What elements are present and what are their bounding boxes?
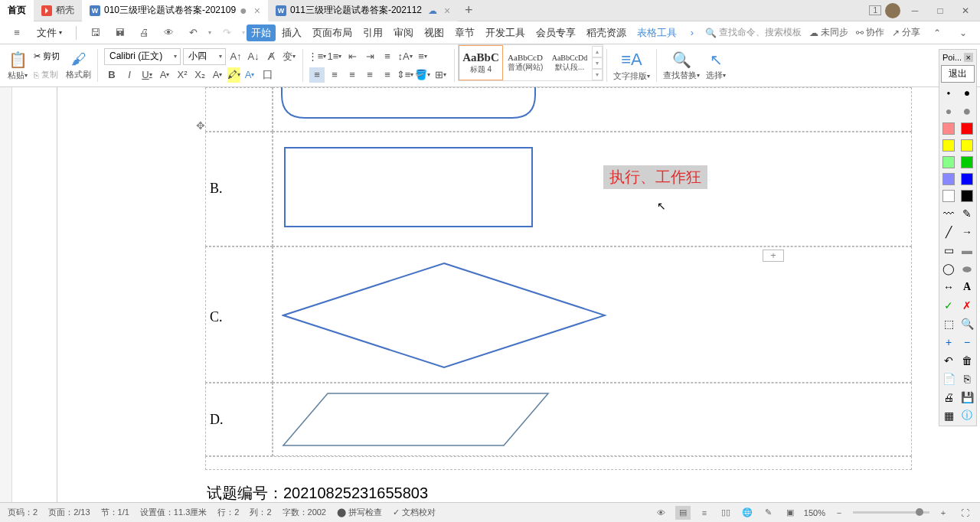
trash-icon[interactable]: 🗑 [960, 354, 974, 367]
circle-large-icon[interactable]: ● [960, 104, 974, 118]
font-size-select[interactable]: 小四▾ [183, 48, 226, 65]
check-icon[interactable]: ✓ [942, 299, 956, 312]
status-col[interactable]: 列：2 [250, 507, 271, 518]
share-button[interactable]: ↗分享 [892, 26, 920, 39]
dot-large-icon[interactable]: ● [960, 86, 974, 100]
rectangle-shape[interactable] [284, 147, 533, 227]
pen-tool-icon[interactable]: ✎ [960, 207, 974, 220]
align-justify-button[interactable]: ≡ [362, 67, 377, 83]
borders-button[interactable]: ⊞▾ [433, 67, 448, 83]
print-preview-icon[interactable]: 👁 [159, 24, 178, 42]
align-distribute-button[interactable]: ≡ [380, 67, 395, 83]
status-spellcheck[interactable]: ⬤拼写检查 [337, 507, 382, 518]
text-layout-button[interactable]: ≡A 文字排版▾ [610, 44, 653, 86]
collab-button[interactable]: ⚯协作 [856, 26, 884, 39]
menu-chapter[interactable]: 章节 [450, 24, 479, 41]
color-black[interactable] [961, 190, 973, 202]
color-lightblue[interactable] [942, 173, 955, 185]
align-right-button[interactable]: ≡ [345, 67, 360, 83]
outline-view-icon[interactable]: ≡ [697, 506, 712, 520]
page-icon[interactable]: 📄 [942, 372, 956, 386]
color-red[interactable] [961, 122, 973, 135]
cut-button[interactable]: ✂剪切 [34, 47, 60, 66]
select-button[interactable]: ↖ 选择▾ [703, 44, 729, 86]
fullscreen-icon[interactable]: ⛶ [957, 506, 972, 520]
cross-icon[interactable]: ✗ [960, 299, 974, 312]
minimize-button[interactable]: ─ [904, 3, 926, 18]
align-distribute-button[interactable]: ≡▾ [415, 49, 430, 64]
zoom-in-button[interactable]: + [936, 506, 951, 520]
circle-small-icon[interactable]: ● [942, 104, 956, 118]
tab-doc-1[interactable]: W 010三级理论题试卷答案-202109 ● × [82, 0, 268, 21]
status-position[interactable]: 设置值：11.3厘米 [140, 507, 207, 518]
user-avatar[interactable] [885, 3, 900, 18]
text-effects-button[interactable]: A▾ [210, 67, 225, 83]
diamond-shape[interactable] [282, 262, 607, 369]
menu-pagelayout[interactable]: 页面布局 [308, 24, 357, 41]
menu-start[interactable]: 开始 [247, 24, 276, 41]
zoom-slider[interactable] [853, 511, 929, 514]
status-row[interactable]: 行：2 [217, 507, 239, 518]
crop-icon[interactable]: ⬚ [942, 317, 956, 331]
zoom-out-button[interactable]: − [831, 506, 847, 520]
line-spacing-button[interactable]: ⇕≡▾ [397, 67, 413, 83]
toolbox-close-icon[interactable]: × [964, 53, 973, 62]
annotation-text[interactable]: 执行、工作狂 [603, 165, 707, 189]
minus-icon[interactable]: − [960, 335, 974, 349]
menu-review[interactable]: 审阅 [389, 24, 418, 41]
document-area[interactable]: ✥ B. 执行、工作狂 ↖ + C. D. 试题编号：202108 [0, 87, 980, 502]
status-page-no[interactable]: 页码：2 [8, 507, 38, 518]
save-icon[interactable]: 🖫 [86, 24, 104, 42]
zoom-rect-icon[interactable]: 🔍 [960, 317, 974, 331]
style-scroll-up[interactable]: ▴ [592, 46, 603, 57]
color-green[interactable] [961, 156, 973, 168]
collapse-ribbon-icon[interactable]: ⌃ [928, 24, 946, 42]
tab-home[interactable]: 首页 [0, 0, 34, 21]
bullets-button[interactable]: ⋮≡▾ [309, 49, 325, 64]
tab-close-icon[interactable]: × [254, 5, 260, 17]
style-gallery[interactable]: AaBbC 标题 4 AaBbCcD 普通(网站) AaBbCcDd 默认段..… [458, 44, 603, 81]
underline-button[interactable]: U▾ [139, 67, 155, 83]
save-tool-icon[interactable]: 💾 [960, 390, 974, 404]
tab-doc-2[interactable]: W 011三级理论题试卷答案-202112 ☁ × [268, 0, 458, 21]
strikethrough-button[interactable]: A▾ [157, 67, 172, 83]
font-name-select[interactable]: Calibri (正文)▾ [104, 48, 181, 65]
tab-close-icon[interactable]: × [444, 5, 450, 17]
menu-view[interactable]: 视图 [420, 24, 449, 41]
vertical-ruler[interactable] [0, 87, 12, 502]
text-tool-icon[interactable]: A [960, 280, 974, 294]
toolbox-exit-button[interactable]: 退出 [941, 65, 975, 83]
color-yellow[interactable] [942, 139, 955, 152]
menu-table-tools[interactable]: 表格工具 [632, 24, 681, 41]
text-direction-button[interactable]: ↕A▾ [397, 49, 413, 64]
style-normal-web[interactable]: AaBbCcD 普通(网站) [503, 45, 547, 80]
clear-format-icon[interactable]: A̸ [263, 49, 279, 64]
eye-icon[interactable]: 👁 [654, 506, 669, 520]
pointer-toolbox[interactable]: Poi... × 退出 ● ● ● ● 〰✎ ╱→ ▭▬ ◯⬬ ↔A ✓✗ ⬚🔍… [939, 49, 977, 426]
shading-button[interactable]: 🪣▾ [415, 67, 430, 83]
double-arrow-icon[interactable]: ↔ [942, 280, 956, 294]
search-commands[interactable]: 🔍 查找命令、搜索模板 [705, 26, 802, 39]
copy-button[interactable]: ⎘复制 [34, 66, 60, 84]
reading-view-icon[interactable]: ▯▯ [718, 506, 733, 520]
menu-insert[interactable]: 插入 [277, 24, 306, 41]
color-blue[interactable] [961, 173, 973, 185]
phonetic-guide-icon[interactable]: 变▾ [281, 49, 296, 64]
numbering-button[interactable]: 1≡▾ [327, 49, 342, 64]
line-tool-icon[interactable]: ╱ [942, 225, 956, 239]
status-page[interactable]: 页面：2/13 [48, 507, 90, 518]
find-replace-button[interactable]: 🔍 查找替换▾ [660, 44, 703, 86]
rect-fill-icon[interactable]: ▬ [960, 243, 974, 257]
undo-tool-icon[interactable]: ↶ [942, 354, 956, 367]
font-color-button[interactable]: A▾ [242, 67, 257, 83]
info-icon[interactable]: ⓘ [960, 409, 974, 422]
tab-doke[interactable]: 稻壳 [34, 0, 82, 21]
menu-doke-res[interactable]: 稻壳资源 [582, 24, 631, 41]
status-section[interactable]: 节：1/1 [101, 507, 129, 518]
style-default-para[interactable]: AaBbCcDd 默认段... [547, 45, 592, 80]
menu-devtools[interactable]: 开发工具 [481, 24, 530, 41]
add-tab-button[interactable]: + [458, 2, 479, 18]
rounded-rect-shape[interactable] [280, 87, 537, 119]
bold-button[interactable]: B [104, 67, 119, 83]
grid-icon[interactable]: ▦ [942, 409, 956, 422]
